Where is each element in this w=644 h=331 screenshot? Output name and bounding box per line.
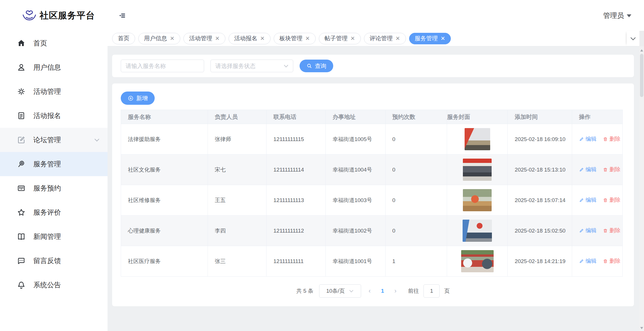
sidebar-item-home[interactable]: 首页 [0,31,108,55]
bell-icon [17,280,26,290]
pencil-icon [579,228,584,233]
tab-services[interactable]: 服务管理✕ [409,33,451,44]
trash-icon [603,228,608,233]
caret-down-icon [627,14,631,17]
delete-button[interactable]: 删除 [603,257,620,265]
cell-phone: 12111111113 [267,185,326,216]
cell-person: 李四 [208,216,266,246]
service-status-select[interactable]: 请选择服务状态 [210,60,293,72]
brand: 社区服务平台 [0,0,108,31]
table-row: 社区文化服务 宋七 12111111114 幸福街道1004号 0 2025-0… [121,155,623,185]
cell-added-time: 2025-02-18 15:07:14 [508,185,572,216]
add-button[interactable]: 新增 [121,92,155,105]
pagination: 共 5 条 10条/页 ‹ 1 › 前往 页 [121,277,625,305]
tab-users[interactable]: 用户信息✕ [138,33,180,44]
delete-button[interactable]: 删除 [603,135,620,143]
pagination-total: 共 5 条 [296,287,313,295]
sidebar-item-service-booking[interactable]: 服务预约 [0,176,108,200]
delete-button[interactable]: 删除 [603,196,620,204]
table-row: 法律援助服务 张律师 12111111115 幸福街道1005号 0 2025-… [121,124,623,155]
cell-added-time: 2025-02-18 15:13:10 [508,155,572,185]
page-size-value: 10条/页 [326,287,345,295]
edit-button[interactable]: 编辑 [579,227,597,234]
close-icon[interactable]: ✕ [441,36,445,41]
open-tabs: 首页 用户信息✕ 活动管理✕ 活动报名✕ 板块管理✕ 帖子管理✕ 评论管理✕ 服… [112,33,627,44]
tab-activities[interactable]: 活动管理✕ [183,33,225,44]
sidebar-item-forum[interactable]: 论坛管理 [0,128,108,152]
table-row: 社区医疗服务 张三 12111111111 幸福街道1001号 1 2025-0… [121,246,623,277]
trash-icon [603,259,608,264]
sun-icon [17,87,26,96]
edit-button[interactable]: 编辑 [579,257,597,265]
page-number-1[interactable]: 1 [378,288,387,294]
delete-button[interactable]: 删除 [603,227,620,234]
delete-button[interactable]: 删除 [603,166,620,173]
service-name-input[interactable] [121,60,204,72]
sidebar-item-activity-signup[interactable]: 活动报名 [0,104,108,128]
goto-page-input[interactable] [423,284,440,298]
tab-label: 用户信息 [144,35,167,42]
cell-booking-count: 0 [385,216,447,246]
cell-address: 幸福街道1002号 [325,216,385,246]
sidebar-item-label: 活动报名 [33,111,61,120]
sidebar-item-activities[interactable]: 活动管理 [0,79,108,104]
tab-comments[interactable]: 评论管理✕ [364,33,406,44]
col-person: 负责人员 [208,110,266,124]
tab-label: 评论管理 [370,35,393,42]
sidebar-item-label: 服务预约 [33,184,61,193]
edit-button[interactable]: 编辑 [579,196,597,204]
sidebar-item-news[interactable]: 新闻管理 [0,225,108,249]
close-icon[interactable]: ✕ [305,36,310,41]
table-row: 心理健康服务 李四 12111111112 幸福街道1002号 0 2025-0… [121,216,623,246]
cell-booking-count: 1 [385,246,447,277]
col-booking-count: 预约次数 [385,110,447,124]
tab-posts[interactable]: 帖子管理✕ [319,33,361,44]
prev-page-button[interactable]: ‹ [366,287,373,295]
next-page-button[interactable]: › [392,287,399,295]
sidebar-item-service-reviews[interactable]: 服务评价 [0,200,108,225]
cell-service-name: 社区维修服务 [121,185,208,216]
user-menu[interactable]: 管理员 [603,11,631,20]
cell-booking-count: 0 [385,155,447,185]
cell-phone: 12111111114 [267,155,326,185]
close-icon[interactable]: ✕ [350,36,355,41]
service-cover-image [463,220,492,242]
tab-home[interactable]: 首页 [112,33,135,44]
close-icon[interactable]: ✕ [170,36,175,41]
close-icon[interactable]: ✕ [215,36,220,41]
sidebar-item-announcements[interactable]: 系统公告 [0,273,108,297]
vertical-scrollbar[interactable] [639,46,644,331]
heart-hands-logo-icon [22,8,37,23]
tab-label: 首页 [118,35,129,42]
cell-address: 幸福街道1001号 [325,246,385,277]
pencil-icon [579,167,584,172]
cell-phone: 12111111111 [267,246,326,277]
sidebar-item-label: 首页 [33,39,47,48]
sidebar-item-users[interactable]: 用户信息 [0,55,108,79]
scrollbar-corner [639,31,644,46]
cell-person: 张律师 [208,124,266,155]
scroll-down-arrow-icon[interactable] [640,327,643,329]
edit-button[interactable]: 编辑 [579,135,597,143]
query-button-label: 查询 [315,62,326,70]
page-size-select[interactable]: 10条/页 [319,284,361,298]
scroll-up-arrow-icon[interactable] [640,49,643,52]
cell-service-name: 心理健康服务 [121,216,208,246]
sidebar-item-feedback[interactable]: 留言反馈 [0,249,108,273]
tab-boards[interactable]: 板块管理✕ [274,33,316,44]
cell-added-time: 2025-02-18 15:02:50 [508,216,572,246]
close-icon[interactable]: ✕ [396,36,400,41]
query-button[interactable]: 查询 [300,60,333,72]
sidebar-menu: 首页 用户信息 活动管理 活动报名 论坛管理 [0,31,108,297]
edit-icon [17,135,26,144]
edit-button[interactable]: 编辑 [579,166,597,173]
close-icon[interactable]: ✕ [260,36,265,41]
page-unit-label: 页 [444,287,450,295]
cell-address: 幸福街道1003号 [325,185,385,216]
sidebar-item-services[interactable]: 服务管理 [0,152,108,176]
menu-fold-icon[interactable] [118,11,127,20]
tab-activity-signup[interactable]: 活动报名✕ [229,33,271,44]
scrollbar-thumb[interactable] [640,54,643,97]
top-header: 管理员 [108,0,644,31]
tabs-overflow-button[interactable] [627,31,639,46]
